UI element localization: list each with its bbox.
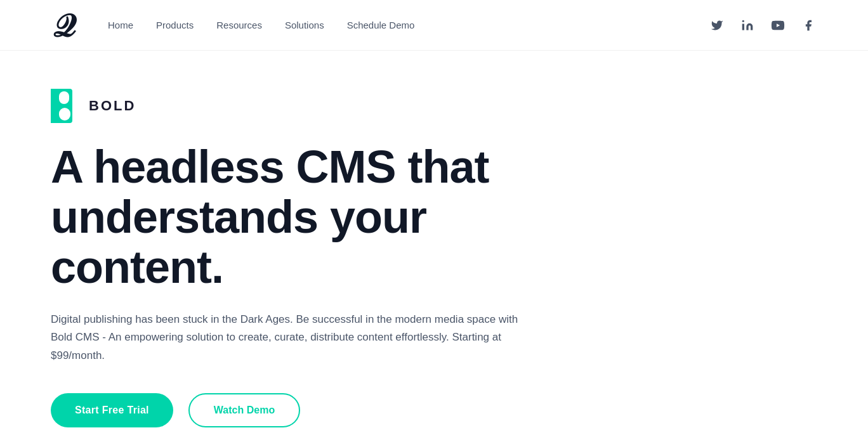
twitter-icon xyxy=(711,19,723,32)
hero-section: BOLD A headless CMS that understands you… xyxy=(0,51,571,427)
watch-demo-button[interactable]: Watch Demo xyxy=(188,393,300,427)
nav-item-solutions[interactable]: Solutions xyxy=(285,20,324,31)
youtube-link[interactable] xyxy=(769,16,787,34)
start-free-trial-button[interactable]: Start Free Trial xyxy=(51,393,173,427)
linkedin-icon xyxy=(741,19,754,32)
cta-buttons: Start Free Trial Watch Demo xyxy=(51,393,520,427)
bold-b-icon xyxy=(51,89,80,123)
headline-line1: A headless CMS that xyxy=(51,141,489,192)
svg-rect-7 xyxy=(59,91,69,104)
nav-link-resources[interactable]: Resources xyxy=(216,20,262,30)
nav-links: Home Products Resources Solutions Schedu… xyxy=(108,20,414,31)
nav-link-products[interactable]: Products xyxy=(156,20,194,30)
facebook-icon xyxy=(802,19,815,32)
nav-left: 𝒬 Home Products Resources Solutions Sche… xyxy=(51,9,414,42)
twitter-link[interactable] xyxy=(708,16,726,34)
brand-badge: BOLD xyxy=(51,89,520,123)
facebook-link[interactable] xyxy=(799,16,817,34)
headline-line3: content. xyxy=(51,242,223,292)
nav-item-products[interactable]: Products xyxy=(156,20,194,31)
brand-label: BOLD xyxy=(89,98,136,114)
nav-link-home[interactable]: Home xyxy=(108,20,133,30)
nav-social xyxy=(708,16,817,34)
nav-item-resources[interactable]: Resources xyxy=(216,20,262,31)
svg-point-1 xyxy=(742,20,744,22)
linkedin-link[interactable] xyxy=(739,16,756,34)
nav-link-solutions[interactable]: Solutions xyxy=(285,20,324,30)
svg-rect-8 xyxy=(59,108,70,120)
nav-item-schedule-demo[interactable]: Schedule Demo xyxy=(347,20,415,31)
svg-rect-6 xyxy=(51,89,60,123)
logo[interactable]: 𝒬 xyxy=(51,9,77,42)
navbar: 𝒬 Home Products Resources Solutions Sche… xyxy=(0,0,868,51)
hero-description: Digital publishing has been stuck in the… xyxy=(51,311,520,366)
youtube-icon xyxy=(771,18,785,32)
quill-logo-icon: 𝒬 xyxy=(51,9,77,42)
headline-line2: understands your xyxy=(51,192,426,242)
svg-text:𝒬: 𝒬 xyxy=(52,9,77,42)
nav-item-home[interactable]: Home xyxy=(108,20,133,31)
hero-headline: A headless CMS that understands your con… xyxy=(51,142,520,293)
nav-link-schedule-demo[interactable]: Schedule Demo xyxy=(347,20,415,30)
